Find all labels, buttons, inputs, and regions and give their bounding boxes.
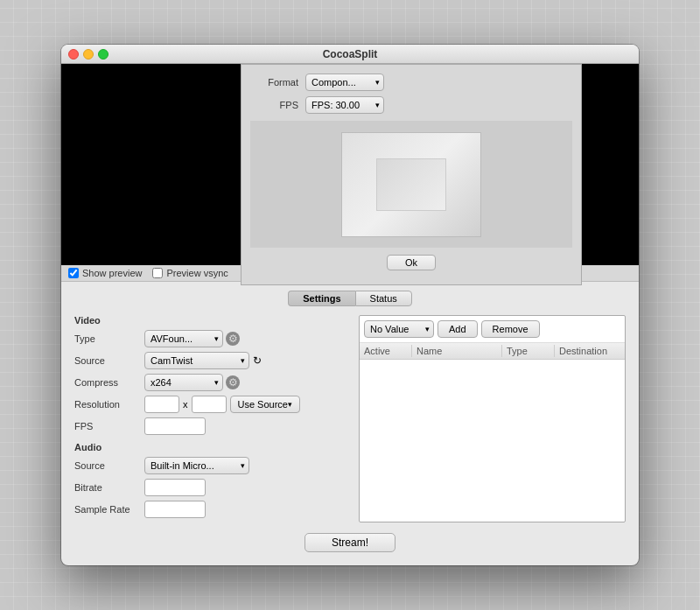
col-name: Name [412,345,502,357]
resolution-x-input[interactable]: 0 [144,396,179,413]
video-section-title: Video [74,315,346,326]
col-active: Active [360,345,412,357]
show-preview-label[interactable]: Show preview [68,268,142,278]
col-destination: Destination [555,345,625,357]
window-title: CocoaSplit [323,48,378,60]
preview-vsync-checkbox[interactable] [152,268,163,278]
source-label: Source [74,355,144,366]
format-popup: Format Compon... FPS FPS: 30.00 Ok [241,64,582,285]
stream-button[interactable]: Stream! [304,533,396,552]
audio-source-row: Source Built-in Micro... [74,457,346,474]
compress-label: Compress [74,377,144,388]
sample-rate-row: Sample Rate 0 [74,501,346,518]
sample-rate-input[interactable]: 0 [144,501,206,518]
preview-inner-small [376,158,446,211]
maximize-button[interactable] [98,49,108,60]
table-body [360,360,625,438]
stream-button-row: Stream! [74,533,626,552]
titlebar: CocoaSplit [61,45,639,64]
minimize-button[interactable] [83,49,94,60]
preview-left-black [61,64,241,265]
resolution-label: Resolution [74,399,144,410]
table-header: Active Name Type Destination [360,343,625,360]
sample-rate-label: Sample Rate [74,504,144,515]
type-label: Type [74,333,144,344]
format-select[interactable]: Compon... [305,74,384,91]
traffic-lights [68,49,108,60]
type-select[interactable]: AVFoun... [144,330,223,347]
right-panel: No Value Add Remove Active Name Type Des… [359,315,626,522]
ok-button[interactable]: Ok [387,255,436,270]
left-panel: Video Type AVFoun... ⚙ Source CamTwist ↻ [74,315,346,522]
fps-row: FPS 30 [74,417,346,435]
type-gear-icon[interactable]: ⚙ [226,332,240,346]
bitrate-input[interactable]: 0 [144,479,206,496]
right-toolbar: No Value Add Remove [360,316,625,343]
show-preview-checkbox[interactable] [68,268,79,278]
audio-source-label: Source [74,460,144,471]
tab-settings[interactable]: Settings [288,291,354,306]
preview-vsync-label[interactable]: Preview vsync [152,268,228,278]
fps-form-label: FPS [74,421,144,431]
main-content: Settings Status Video Type AVFoun... ⚙ S… [61,282,639,565]
preview-image [250,121,572,248]
audio-section-title: Audio [74,442,346,452]
preview-inner [341,132,481,237]
format-label: Format [250,77,298,88]
fps-label: FPS [250,100,298,110]
source-row: Source CamTwist ↻ [74,352,346,369]
fps-select[interactable]: FPS: 30.00 [305,96,384,114]
preview-area: Format Compon... FPS FPS: 30.00 Ok [61,64,639,265]
add-button[interactable]: Add [438,320,478,338]
compress-select[interactable]: x264 [144,374,223,391]
tab-status[interactable]: Status [355,291,412,306]
main-window: CocoaSplit Format Compon... FPS FPS: 30.… [61,45,639,565]
col-type: Type [502,345,555,357]
resolution-inputs: 0 x 0 Use Source [144,396,300,413]
compress-gear-icon[interactable]: ⚙ [226,375,240,389]
use-source-button[interactable]: Use Source [230,396,300,413]
bitrate-label: Bitrate [74,482,144,493]
tabs-row: Settings Status [74,291,626,306]
remove-button[interactable]: Remove [481,320,540,338]
no-value-select[interactable]: No Value [364,320,434,338]
resolution-sep: x [183,399,188,410]
type-row: Type AVFoun... ⚙ [74,330,346,347]
audio-section: Audio Source Built-in Micro... Bitrate 0… [74,442,346,518]
settings-panel: Video Type AVFoun... ⚙ Source CamTwist ↻ [74,315,626,522]
audio-source-select[interactable]: Built-in Micro... [144,457,249,474]
fps-input[interactable]: 30 [144,417,206,435]
resolution-y-input[interactable]: 0 [192,396,227,413]
close-button[interactable] [68,49,79,60]
resolution-row: Resolution 0 x 0 Use Source [74,396,346,413]
compress-row: Compress x264 ⚙ [74,374,346,391]
bitrate-row: Bitrate 0 [74,479,346,496]
source-select[interactable]: CamTwist [144,352,249,369]
refresh-icon[interactable]: ↻ [253,354,262,367]
